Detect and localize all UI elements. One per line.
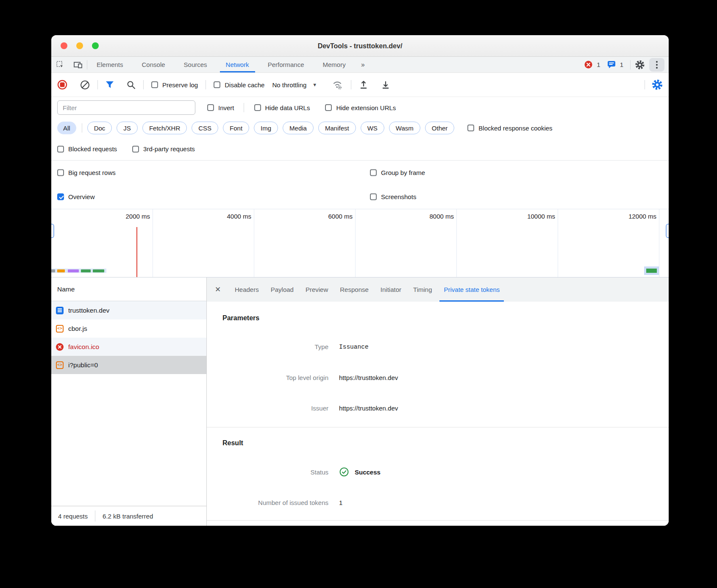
overview-right-handle[interactable] bbox=[666, 224, 669, 238]
network-overview-timeline[interactable]: 2000 ms4000 ms6000 ms8000 ms10000 ms1200… bbox=[51, 209, 669, 277]
request-table-header[interactable]: Name bbox=[51, 277, 206, 301]
request-row-cbor-js[interactable]: <>cbor.js bbox=[51, 319, 206, 338]
details-tab-bar: ✕ HeadersPayloadPreviewResponseInitiator… bbox=[207, 277, 669, 302]
network-settings-gear-icon[interactable] bbox=[652, 79, 663, 90]
screenshots-label: Screenshots bbox=[381, 193, 416, 200]
filter-toggle-icon[interactable] bbox=[106, 81, 114, 89]
divider bbox=[351, 80, 351, 89]
network-toolbar: Preserve log Disable cache No throttling… bbox=[51, 73, 669, 97]
tab-network[interactable]: Network bbox=[217, 57, 258, 72]
record-network-log-button[interactable] bbox=[57, 80, 67, 90]
details-tab-response[interactable]: Response bbox=[334, 277, 375, 302]
view-options-row-1: Big request rows Group by frame bbox=[51, 161, 669, 184]
import-har-icon[interactable] bbox=[359, 80, 368, 89]
invert-checkbox[interactable]: Invert bbox=[207, 104, 234, 111]
divider bbox=[143, 80, 144, 89]
tab-elements[interactable]: Elements bbox=[87, 57, 133, 72]
filter-pill-js[interactable]: JS bbox=[117, 122, 138, 134]
hide-extension-urls-checkbox[interactable]: Hide extension URLs bbox=[325, 104, 396, 111]
divider bbox=[95, 510, 95, 521]
request-row-i-public-0[interactable]: <>i?public=0 bbox=[51, 356, 206, 374]
filter-pill-font[interactable]: Font bbox=[223, 122, 249, 134]
filter-pill-css[interactable]: CSS bbox=[192, 122, 218, 134]
search-icon[interactable] bbox=[127, 80, 136, 89]
tab-memory[interactable]: Memory bbox=[314, 57, 355, 72]
group-by-frame-checkbox[interactable]: Group by frame bbox=[370, 169, 425, 176]
detail-row-number-of-issued-tokens: Number of issued tokens1 bbox=[207, 499, 669, 506]
request-row-favicon-ico[interactable]: favicon.ico bbox=[51, 338, 206, 356]
tab-sources[interactable]: Sources bbox=[175, 57, 217, 72]
detail-row-top-level-origin: Top level originhttps://trusttoken.dev bbox=[207, 374, 669, 381]
filter-pill-img[interactable]: Img bbox=[254, 122, 278, 134]
timeline-tick-label: 6000 ms bbox=[328, 213, 353, 220]
filter-input[interactable] bbox=[57, 100, 195, 115]
inspect-element-icon[interactable] bbox=[51, 57, 69, 72]
timeline-tick-label: 12000 ms bbox=[628, 213, 656, 220]
customize-devtools-button[interactable] bbox=[649, 58, 664, 72]
filter-pill-doc[interactable]: Doc bbox=[87, 122, 112, 134]
filter-pill-media[interactable]: Media bbox=[283, 122, 314, 134]
dropdown-caret-icon: ▼ bbox=[312, 82, 317, 87]
blocked-requests-checkbox[interactable]: Blocked requests bbox=[57, 145, 117, 153]
details-tab-private-state-tokens[interactable]: Private state tokens bbox=[438, 277, 506, 302]
section-divider bbox=[207, 520, 669, 521]
request-options-row: Blocked requests 3rd-party requests bbox=[51, 138, 669, 161]
request-name: i?public=0 bbox=[68, 361, 98, 369]
divider bbox=[244, 103, 244, 112]
error-count-icon[interactable] bbox=[584, 61, 592, 69]
overview-checkbox[interactable]: Overview bbox=[57, 193, 95, 200]
view-options-row-2: Overview Screenshots bbox=[51, 184, 669, 209]
detail-label: Number of issued tokens bbox=[207, 499, 328, 506]
group-by-frame-label: Group by frame bbox=[381, 169, 425, 176]
issues-count-icon[interactable] bbox=[607, 61, 616, 69]
preserve-log-checkbox[interactable]: Preserve log bbox=[151, 81, 198, 89]
device-toolbar-icon[interactable] bbox=[69, 57, 87, 72]
disable-cache-checkbox[interactable]: Disable cache bbox=[214, 81, 264, 89]
details-tab-timing[interactable]: Timing bbox=[407, 277, 438, 302]
detail-value: https://trusttoken.dev bbox=[339, 405, 398, 412]
throttling-value: No throttling bbox=[272, 81, 306, 89]
details-tab-initiator[interactable]: Initiator bbox=[375, 277, 407, 302]
request-name: favicon.ico bbox=[68, 343, 99, 351]
transferred-size: 6.2 kB transferred bbox=[103, 513, 153, 520]
request-row-trusttoken-dev[interactable]: trusttoken.dev bbox=[51, 301, 206, 319]
settings-gear-icon[interactable] bbox=[635, 60, 645, 70]
hide-data-urls-checkbox[interactable]: Hide data URLs bbox=[254, 104, 310, 111]
timeline-tick-label: 2000 ms bbox=[125, 213, 150, 220]
details-tab-preview[interactable]: Preview bbox=[300, 277, 334, 302]
timeline-gridline bbox=[355, 209, 356, 277]
overview-left-handle[interactable] bbox=[51, 224, 54, 238]
overview-request-segment bbox=[51, 269, 55, 272]
third-party-requests-checkbox[interactable]: 3rd-party requests bbox=[132, 145, 195, 153]
filter-pill-other[interactable]: Other bbox=[425, 122, 455, 134]
details-tab-headers[interactable]: Headers bbox=[229, 277, 265, 302]
filter-pill-fetch-xhr[interactable]: Fetch/XHR bbox=[142, 122, 187, 134]
filter-pill-ws[interactable]: WS bbox=[361, 122, 384, 134]
tab-console[interactable]: Console bbox=[133, 57, 175, 72]
blocked-response-cookies-label: Blocked response cookies bbox=[478, 125, 552, 132]
details-tab-payload[interactable]: Payload bbox=[265, 277, 300, 302]
divider bbox=[97, 80, 98, 89]
close-details-button[interactable]: ✕ bbox=[207, 277, 229, 302]
clear-network-log-button[interactable] bbox=[80, 80, 90, 90]
network-conditions-icon[interactable] bbox=[332, 80, 343, 90]
big-request-rows-checkbox[interactable]: Big request rows bbox=[57, 169, 116, 176]
tab-performance[interactable]: Performance bbox=[258, 57, 314, 72]
timeline-tick-label: 8000 ms bbox=[429, 213, 454, 220]
big-request-rows-label: Big request rows bbox=[68, 169, 116, 176]
blocked-response-cookies-checkbox[interactable]: Blocked response cookies bbox=[467, 125, 552, 132]
filter-pill-manifest[interactable]: Manifest bbox=[318, 122, 356, 134]
screenshots-checkbox[interactable]: Screenshots bbox=[370, 193, 416, 200]
timeline-gridline bbox=[659, 209, 659, 277]
name-column-header: Name bbox=[57, 286, 75, 293]
more-tabs-icon[interactable]: ›› bbox=[355, 57, 370, 72]
export-har-icon[interactable] bbox=[381, 80, 390, 89]
divider bbox=[645, 80, 645, 89]
issues-count: 1 bbox=[620, 61, 623, 68]
window-title: DevTools - trusttoken.dev/ bbox=[51, 35, 669, 57]
filter-pill-wasm[interactable]: Wasm bbox=[389, 122, 420, 134]
overview-request-segment bbox=[68, 269, 79, 272]
throttling-dropdown[interactable]: No throttling ▼ bbox=[272, 81, 317, 89]
filter-pill-all[interactable]: All bbox=[57, 122, 76, 134]
script-icon: <> bbox=[56, 361, 64, 369]
